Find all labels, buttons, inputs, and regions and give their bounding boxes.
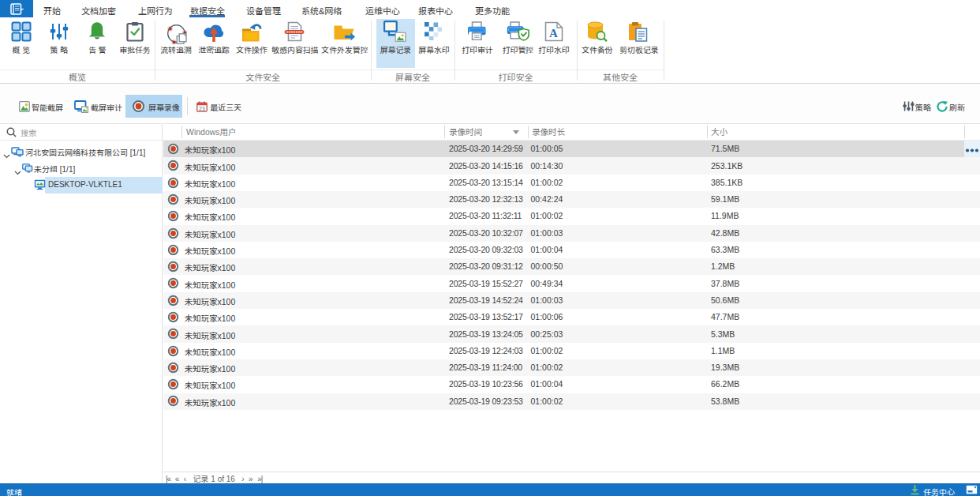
svg-text:23: 23 [199, 106, 205, 111]
svg-text:A: A [549, 27, 558, 39]
